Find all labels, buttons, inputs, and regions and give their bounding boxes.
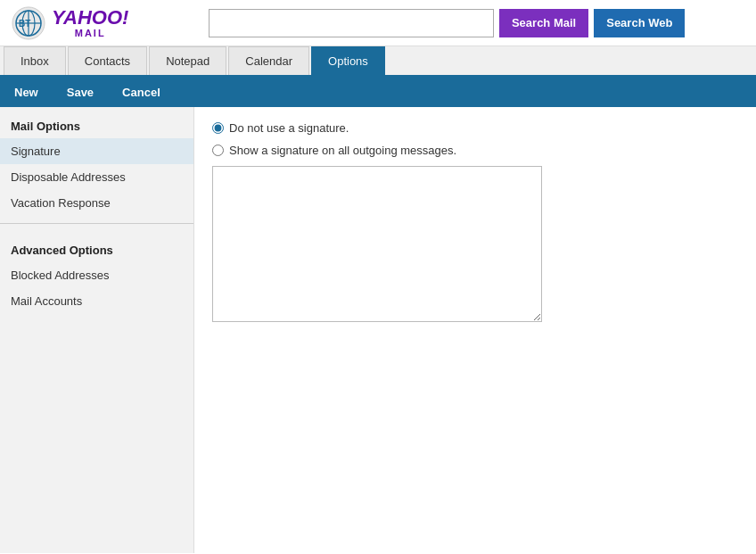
no-signature-radio[interactable]: [212, 122, 224, 134]
save-button[interactable]: Save: [62, 82, 99, 103]
main-layout: Mail Options Signature Disposable Addres…: [0, 107, 756, 553]
show-signature-label: Show a signature on all outgoing message…: [229, 144, 456, 157]
cancel-button[interactable]: Cancel: [117, 82, 166, 103]
yahoo-text: YAHOO!: [52, 6, 128, 29]
header: BT YAHOO! MAIL Search Mail Search Web: [0, 0, 756, 46]
signature-textarea[interactable]: [212, 166, 542, 322]
sidebar-item-accounts[interactable]: Mail Accounts: [0, 288, 193, 314]
tab-inbox[interactable]: Inbox: [4, 46, 66, 75]
no-signature-option[interactable]: Do not use a signature.: [212, 121, 738, 135]
sidebar-divider: [0, 223, 193, 224]
nav-tabs: Inbox Contacts Notepad Calendar Options: [0, 46, 756, 77]
sidebar-item-signature[interactable]: Signature: [0, 138, 193, 164]
sidebar-item-vacation[interactable]: Vacation Response: [0, 190, 193, 216]
tab-contacts[interactable]: Contacts: [68, 46, 147, 75]
advanced-options-title: Advanced Options: [0, 231, 193, 262]
new-button[interactable]: New: [9, 82, 44, 103]
search-web-button[interactable]: Search Web: [594, 9, 685, 37]
search-mail-button[interactable]: Search Mail: [499, 9, 588, 37]
mail-options-title: Mail Options: [0, 107, 193, 138]
show-signature-option[interactable]: Show a signature on all outgoing message…: [212, 144, 738, 157]
no-signature-label: Do not use a signature.: [229, 121, 349, 135]
yahoo-brand: YAHOO! MAIL: [52, 8, 128, 38]
show-signature-radio[interactable]: [212, 145, 224, 156]
tab-options[interactable]: Options: [311, 46, 385, 75]
svg-text:BT: BT: [19, 19, 30, 29]
toolbar: New Save Cancel: [0, 77, 756, 107]
sidebar: Mail Options Signature Disposable Addres…: [0, 107, 194, 553]
logo-area: BT YAHOO! MAIL: [9, 6, 128, 40]
sidebar-item-blocked[interactable]: Blocked Addresses: [0, 262, 193, 288]
bt-logo-icon: BT: [9, 6, 48, 40]
sidebar-item-disposable[interactable]: Disposable Addresses: [0, 164, 193, 190]
mail-sub-text: MAIL: [52, 28, 128, 38]
search-area: Search Mail Search Web: [146, 9, 747, 37]
content-area: Do not use a signature. Show a signature…: [194, 107, 756, 553]
tab-calendar[interactable]: Calendar: [228, 46, 309, 75]
tab-notepad[interactable]: Notepad: [149, 46, 226, 75]
search-input[interactable]: [209, 9, 494, 37]
